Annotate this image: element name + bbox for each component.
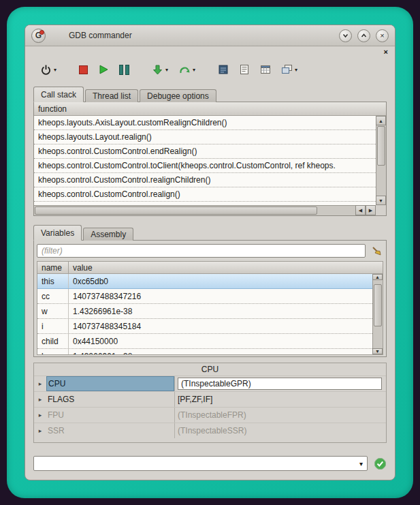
scroll-down-icon: ▼ <box>378 198 383 203</box>
variables-vertical-scrollbar[interactable]: ▲ ▼ <box>372 274 383 354</box>
cpu-register-row[interactable]: ▸ FLAGS [PF,ZF,IF] <box>34 391 386 407</box>
scroll-left-button[interactable]: ◀ <box>355 205 366 215</box>
variable-row[interactable]: w 1.43266961e-38 <box>37 304 372 319</box>
scrollbar-thumb[interactable] <box>374 284 382 326</box>
variable-name: w <box>37 304 69 318</box>
scrollbar-thumb[interactable] <box>377 126 385 166</box>
call-stack-column-header[interactable]: function <box>34 102 386 116</box>
tab-thread-list[interactable]: Thread list <box>85 89 138 102</box>
run-button[interactable] <box>97 63 110 76</box>
variable-name: i <box>37 319 69 333</box>
debug-windows-button[interactable]: ▾ <box>280 63 299 76</box>
call-stack-horizontal-scrollbar[interactable]: ◀ ▶ <box>34 205 376 215</box>
desktop-background: G GDB commander × × <box>0 0 420 505</box>
step-over-button[interactable]: ▾ <box>177 63 197 76</box>
stop-button[interactable] <box>78 64 89 76</box>
expander-icon[interactable]: ▸ <box>34 412 46 418</box>
window-controls: × <box>339 29 389 42</box>
close-icon: × <box>380 32 384 40</box>
power-button[interactable]: ▾ <box>39 63 58 77</box>
register-value: (TInspectableFPR) <box>174 408 386 423</box>
message-list-button[interactable] <box>238 63 251 76</box>
variable-row[interactable]: cc 140737488347216 <box>37 289 372 304</box>
ok-check-icon <box>374 457 387 470</box>
log-window-button[interactable] <box>216 63 230 76</box>
call-stack-row[interactable]: kheops.control.CustomControl.toClient(kh… <box>34 159 376 173</box>
teal-frame: G GDB commander × × <box>7 7 413 498</box>
command-input[interactable] <box>37 457 351 470</box>
tab-assembly[interactable]: Assembly <box>83 228 133 241</box>
maximize-button[interactable] <box>357 29 370 42</box>
titlebar[interactable]: G GDB commander × <box>25 25 395 46</box>
column-header-label: function <box>38 104 67 114</box>
variable-row[interactable]: i 140737488345184 <box>37 319 372 334</box>
scroll-down-button[interactable]: ▼ <box>372 348 383 354</box>
step-over-dropdown-icon: ▾ <box>193 67 195 73</box>
register-name[interactable]: FPU <box>46 408 174 423</box>
call-stack-row[interactable]: kheops.layouts.AxisLayout.customRealignC… <box>34 116 376 130</box>
call-stack-row[interactable]: kheops.control.CustomControl.realignChil… <box>34 173 376 187</box>
call-stack-vertical-scrollbar[interactable]: ▲ ▼ <box>376 116 386 205</box>
variable-name: b <box>37 349 69 354</box>
splitter[interactable] <box>25 357 395 363</box>
step-over-icon <box>178 64 191 75</box>
power-icon <box>40 64 52 76</box>
variable-row[interactable]: this 0xc65db0 <box>37 274 372 289</box>
debug-toolbar: ▾ ▾ <box>25 57 395 82</box>
memory-view-button[interactable] <box>259 63 272 76</box>
variable-name: this <box>37 274 69 288</box>
expander-icon[interactable]: ▸ <box>34 380 46 387</box>
register-value: [PF,ZF,IF] <box>174 392 386 407</box>
variables-panel: name value this 0xc65db0 cc 140737488347… <box>33 240 387 357</box>
call-stack-row[interactable]: kheops.control.CustomControl.endRealign(… <box>34 144 376 159</box>
register-name[interactable]: CPU <box>46 376 174 391</box>
call-stack-row[interactable]: kheops.control.CustomControl.realign() <box>34 187 376 202</box>
scroll-down-icon: ▼ <box>375 349 380 354</box>
scroll-right-button[interactable]: ▶ <box>366 205 376 215</box>
register-name[interactable]: FLAGS <box>46 392 174 407</box>
expander-icon[interactable]: ▸ <box>34 396 46 403</box>
cpu-register-row[interactable]: ▸ CPU (TInspectableGPR) <box>34 376 386 391</box>
panel-close-button[interactable]: × <box>384 48 388 56</box>
call-stack-row[interactable]: kheops.layouts.Layout.realign() <box>34 130 376 144</box>
step-into-button[interactable]: ▾ <box>150 63 169 77</box>
tab-call-stack[interactable]: Call stack <box>33 87 84 102</box>
step-into-dropdown-icon: ▾ <box>165 67 168 73</box>
variable-row[interactable]: b 1.43266961e-38 <box>37 349 372 354</box>
variable-name: cc <box>37 289 69 303</box>
pause-button[interactable] <box>118 63 131 76</box>
chevron-up-icon <box>360 32 368 40</box>
tab-variables[interactable]: Variables <box>33 225 82 241</box>
cpu-register-row[interactable]: ▸ FPU (TInspectableFPR) <box>34 407 386 423</box>
debug-windows-icon <box>281 64 293 75</box>
scroll-up-button[interactable]: ▲ <box>372 274 383 280</box>
execute-button[interactable] <box>373 457 387 470</box>
tab-debugee-options[interactable]: Debugee options <box>140 89 216 102</box>
command-combobox[interactable]: ▾ <box>33 456 368 471</box>
log-window-icon <box>218 64 229 75</box>
pause-icon <box>119 65 129 75</box>
register-value-field[interactable]: (TInspectableGPR) <box>178 378 382 390</box>
column-header-name[interactable]: name <box>37 262 69 273</box>
variable-name: child <box>37 334 69 348</box>
clear-filter-button[interactable] <box>370 244 383 258</box>
filter-row <box>37 243 383 258</box>
variable-row[interactable]: child 0x44150000 <box>37 334 372 349</box>
register-name[interactable]: SSR <box>46 423 174 438</box>
minimize-button[interactable] <box>339 29 352 42</box>
cpu-register-row[interactable]: ▸ SSR (TInspectableSSR) <box>34 423 386 438</box>
window-title: GDB commander <box>69 31 132 40</box>
stop-icon <box>79 65 88 74</box>
scroll-down-button[interactable]: ▼ <box>376 196 386 205</box>
stack-tabbar: Call stack Thread list Debugee options <box>25 82 395 102</box>
expander-icon[interactable]: ▸ <box>34 427 46 434</box>
scroll-up-icon: ▲ <box>378 119 383 123</box>
scroll-up-button[interactable]: ▲ <box>376 116 386 125</box>
variable-value: 1.43266961e-38 <box>69 304 372 318</box>
close-button[interactable]: × <box>376 29 389 42</box>
broom-icon <box>371 245 382 256</box>
combo-dropdown-icon[interactable]: ▾ <box>359 460 363 468</box>
scrollbar-thumb[interactable] <box>35 206 317 215</box>
filter-input[interactable] <box>37 244 366 258</box>
column-header-value[interactable]: value <box>69 262 383 273</box>
